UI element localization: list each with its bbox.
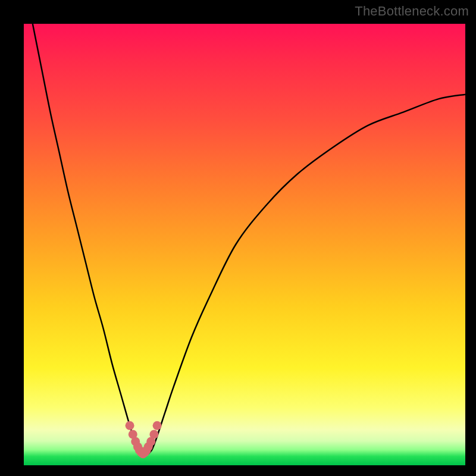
plot-area	[24, 24, 465, 465]
marker-dot	[126, 421, 134, 430]
marker-dot	[149, 430, 158, 439]
marker-dot	[153, 421, 162, 430]
bottleneck-curve	[33, 24, 465, 455]
curve-svg	[24, 24, 465, 465]
watermark-text: TheBottleneck.com	[355, 4, 469, 19]
chart-frame: TheBottleneck.com	[0, 0, 476, 476]
